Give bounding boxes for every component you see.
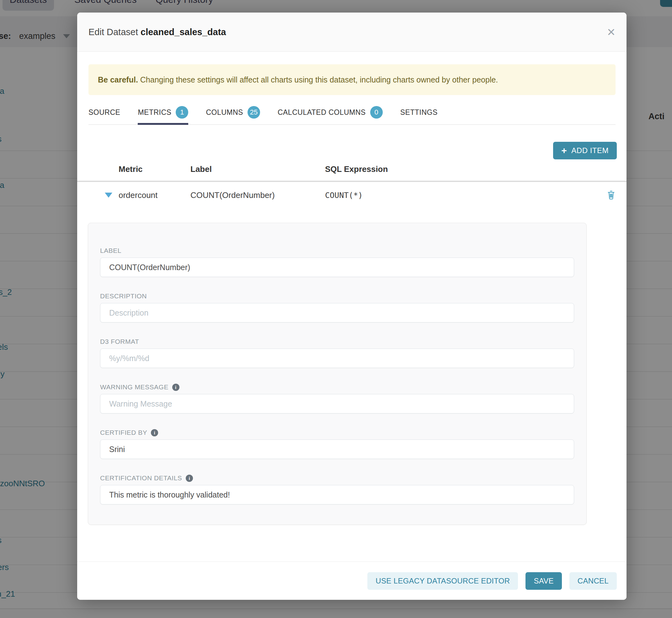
screen: Datasets Saved Queries Query History se:…	[0, 0, 672, 618]
metric-table-row: ordercount COUNT(OrderNumber) COUNT(*)	[77, 187, 627, 203]
table-divider	[77, 181, 627, 182]
cancel-button[interactable]: CANCEL	[569, 572, 617, 590]
close-icon[interactable]: ×	[607, 25, 615, 39]
info-icon[interactable]: i	[186, 475, 193, 482]
use-legacy-datasource-editor-button[interactable]: USE LEGACY DATASOURCE EDITOR	[367, 572, 518, 590]
field-certification-details: CERTIFICATION DETAILS i	[100, 474, 574, 504]
modal-title-prefix: Edit Dataset	[88, 27, 138, 37]
add-item-button[interactable]: + ADD ITEM	[553, 142, 617, 160]
plus-icon: +	[561, 145, 567, 156]
modal-title: Edit Dataset cleaned_sales_data	[88, 27, 226, 37]
tab-settings[interactable]: SETTINGS	[400, 100, 438, 124]
save-button[interactable]: SAVE	[525, 572, 562, 590]
edit-dataset-modal: Edit Dataset cleaned_sales_data × Be car…	[77, 13, 627, 600]
field-warning-message: WARNING MESSAGE i	[100, 383, 574, 413]
field-description: DESCRIPTION	[100, 292, 574, 322]
modal-tabs: SOURCE METRICS 1 COLUMNS 25 CALCULATED C…	[88, 100, 615, 125]
tab-source[interactable]: SOURCE	[88, 100, 120, 124]
metric-label-cell: COUNT(OrderNumber)	[190, 190, 275, 200]
description-input[interactable]	[100, 303, 574, 322]
columns-count-badge: 25	[248, 106, 260, 119]
metrics-table-header: Metric Label SQL Expression	[77, 165, 627, 180]
info-icon[interactable]: i	[151, 429, 158, 436]
warning-message-input[interactable]	[100, 394, 574, 413]
metric-detail-panel: LABEL DESCRIPTION D3 FORMAT WARNING MESS…	[88, 223, 587, 525]
label-input[interactable]	[100, 258, 574, 277]
modal-title-dataset-name: cleaned_sales_data	[140, 27, 226, 37]
delete-metric-icon[interactable]	[607, 190, 615, 201]
modal-header: Edit Dataset cleaned_sales_data ×	[77, 13, 627, 52]
field-label: LABEL	[100, 247, 574, 277]
metrics-count-badge: 1	[176, 106, 188, 119]
column-header-sql-expression: SQL Expression	[325, 165, 388, 174]
calculated-columns-count-badge: 0	[370, 106, 383, 119]
metric-name-cell: ordercount	[119, 190, 158, 200]
expand-caret-icon[interactable]	[105, 193, 112, 198]
field-d3-format: D3 FORMAT	[100, 338, 574, 368]
certification-details-input[interactable]	[100, 485, 574, 504]
info-icon[interactable]: i	[172, 384, 179, 391]
field-certified-by: CERTIFIED BY i	[100, 429, 574, 459]
certified-by-input[interactable]	[100, 439, 574, 459]
modal-footer: USE LEGACY DATASOURCE EDITOR SAVE CANCEL	[77, 561, 627, 600]
tab-columns[interactable]: COLUMNS 25	[206, 100, 260, 124]
d3-format-input[interactable]	[100, 348, 574, 368]
warning-text: Be careful. Changing these settings will…	[98, 75, 498, 84]
tab-calculated-columns[interactable]: CALCULATED COLUMNS 0	[278, 100, 383, 124]
tab-metrics[interactable]: METRICS 1	[138, 100, 188, 124]
warning-banner: Be careful. Changing these settings will…	[88, 64, 615, 95]
column-header-metric: Metric	[119, 165, 143, 174]
metric-sql-cell: COUNT(*)	[325, 191, 363, 200]
column-header-label: Label	[190, 165, 212, 174]
